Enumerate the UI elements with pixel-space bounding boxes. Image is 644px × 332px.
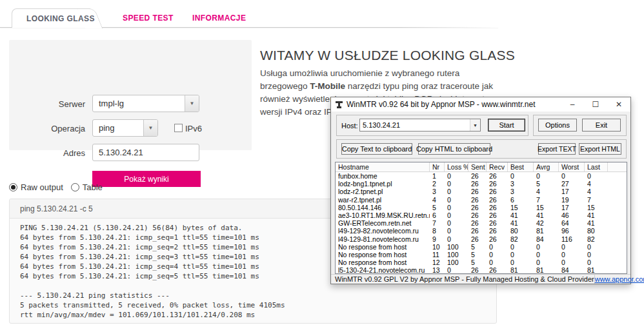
raw-output-radio[interactable] — [9, 183, 17, 191]
cell-nr: 3 — [430, 188, 445, 195]
cell-best: 3 — [508, 188, 534, 195]
cell-last: 4 — [585, 188, 608, 195]
column-header[interactable]: Hostname — [336, 162, 430, 171]
cell-nr: 8 — [430, 227, 445, 235]
page-title: WITAMY W USŁUDZE LOOKING GLASS — [260, 48, 515, 63]
cell-loss: 100 — [445, 251, 468, 259]
output-mode-group: Raw output Table — [9, 182, 103, 192]
cell-last: 4 — [585, 180, 608, 188]
close-button[interactable]: ✕ — [607, 97, 630, 112]
tab-looking-glass[interactable]: LOOKING GLASS — [12, 8, 90, 28]
cell-sent: 26 — [468, 204, 487, 211]
table-row[interactable]: No response from host 11 100 5 0 0 0 0 0 — [336, 251, 627, 259]
appnor-link[interactable]: www.appnor.com — [595, 275, 644, 283]
cell-worst: 116 — [559, 235, 585, 243]
column-header[interactable]: Recv — [487, 162, 508, 171]
server-select[interactable]: tmpl-lg ▼ — [92, 95, 199, 112]
cell-avrg: 0 — [534, 259, 559, 266]
ping-output-line: --- 5.130.24.21 ping statistics --- — [20, 291, 496, 301]
exit-button[interactable]: Exit — [582, 119, 621, 132]
winmtr-titlebar[interactable]: WinMTR v0.92 64 bit by Appnor MSP - www.… — [331, 97, 630, 112]
cell-sent: 26 — [468, 227, 487, 235]
cell-hostname: war-r2.tpnet.pl — [336, 196, 430, 204]
cell-best: 3 — [508, 180, 534, 188]
cell-last: 0 — [585, 259, 608, 266]
column-header[interactable]: Nr — [430, 162, 445, 171]
cell-filler — [608, 251, 627, 259]
ipv6-checkbox[interactable] — [174, 124, 183, 132]
cell-loss: 0 — [445, 188, 468, 195]
address-input[interactable] — [92, 144, 199, 161]
cell-hostname: No response from host — [336, 251, 430, 259]
cell-best: 82 — [508, 235, 534, 243]
table-row[interactable]: No response from host 10 100 5 0 0 0 0 0 — [336, 243, 627, 251]
cell-loss: 0 — [445, 235, 468, 243]
cell-hostname: GW-ERTelecom.retn.net — [336, 219, 430, 227]
cell-loss: 100 — [445, 259, 468, 266]
column-header[interactable]: Sent — [468, 162, 487, 171]
table-row[interactable]: l49-129-81.novotelecom.ru 9 0 26 26 82 8… — [336, 235, 627, 243]
cell-filler — [608, 227, 627, 235]
cell-worst: 0 — [559, 243, 585, 251]
cell-worst: 64 — [559, 219, 585, 227]
cell-hostname: lodz-bng1.tpnet.pl — [336, 180, 430, 188]
table-row[interactable]: funbox.home 1 0 26 26 0 0 0 0 — [336, 172, 627, 180]
cell-filler — [608, 266, 627, 274]
options-button[interactable]: Options — [538, 119, 577, 132]
cell-sent: 5 — [468, 259, 487, 266]
table-row[interactable]: lodz-bng1.tpnet.pl 2 0 26 26 3 5 27 4 — [336, 180, 627, 188]
cell-sent: 5 — [468, 251, 487, 259]
cell-hostname: lodz-r2.tpnet.pl — [336, 188, 430, 195]
cell-sent: 26 — [468, 188, 487, 195]
column-header[interactable]: Loss % — [445, 162, 468, 171]
welcome-text-brand: T-Mobile — [310, 81, 345, 91]
show-results-button[interactable]: Pokaż wyniki — [92, 171, 201, 187]
table-row[interactable]: No response from host 12 100 5 0 0 0 0 0 — [336, 259, 627, 266]
cell-best: 41 — [508, 211, 534, 219]
ipv6-label: IPv6 — [185, 124, 202, 133]
start-button[interactable]: Start — [488, 119, 525, 132]
cell-nr: 9 — [430, 235, 445, 243]
cell-avrg: 81 — [534, 227, 559, 235]
cell-hostname: 80.50.144.146 — [336, 204, 430, 211]
column-header[interactable] — [608, 162, 627, 171]
cell-best: 6 — [508, 196, 534, 204]
cell-hostname: l49-129-81.novotelecom.ru — [336, 235, 430, 243]
copy-text-button[interactable]: Copy Text to clipboard — [341, 143, 412, 155]
cell-filler — [608, 172, 627, 180]
column-header[interactable]: Avrg — [534, 162, 559, 171]
table-row[interactable]: l5-130-24-21.novotelecom.ru 13 0 26 26 8… — [336, 266, 627, 274]
cell-filler — [608, 235, 627, 243]
table-row[interactable]: lodz-r2.tpnet.pl 3 0 26 26 3 4 17 4 — [336, 188, 627, 195]
cell-nr: 2 — [430, 180, 445, 188]
minimize-button[interactable]: – — [561, 97, 584, 112]
cell-best: 0 — [508, 251, 534, 259]
cell-best: 15 — [508, 204, 534, 211]
cell-hostname: l49-129-82.novotelecom.ru — [336, 227, 430, 235]
cell-nr: 11 — [430, 251, 445, 259]
export-text-button[interactable]: Export TEXT — [538, 143, 576, 155]
table-radio[interactable] — [71, 183, 79, 191]
table-row[interactable]: war-r2.tpnet.pl 4 0 26 26 6 7 19 7 — [336, 196, 627, 204]
table-row[interactable]: ae3-10.RT1.M9.MSK.RU.retn.net 6 0 26 26 … — [336, 211, 627, 219]
operation-select-value: ping — [93, 123, 143, 133]
cell-avrg: 15 — [534, 204, 559, 211]
column-header[interactable]: Worst — [559, 162, 585, 171]
export-html-button[interactable]: Export HTML — [579, 143, 621, 155]
chevron-down-icon: ▼ — [143, 120, 157, 136]
host-combobox[interactable]: 5.130.24.21 ▼ — [359, 119, 481, 132]
cell-recv: 26 — [487, 266, 508, 274]
column-header[interactable]: Best — [508, 162, 534, 171]
table-row[interactable]: GW-ERTelecom.retn.net 7 0 26 26 41 42 64… — [336, 219, 627, 227]
table-row[interactable]: 80.50.144.146 5 0 26 26 15 15 17 15 — [336, 204, 627, 211]
cell-recv: 0 — [487, 259, 508, 266]
cell-recv: 26 — [487, 204, 508, 211]
operation-select[interactable]: ping ▼ — [92, 119, 158, 137]
table-row[interactable]: l49-129-82.novotelecom.ru 8 0 26 26 80 8… — [336, 227, 627, 235]
tab-informacje[interactable]: INFORMACJE — [192, 14, 246, 23]
column-header[interactable]: Last — [585, 162, 608, 171]
trace-table: HostnameNrLoss %SentRecvBestAvrgWorstLas… — [335, 162, 627, 274]
tab-speed-test[interactable]: SPEED TEST — [123, 14, 174, 23]
maximize-button[interactable]: ☐ — [584, 97, 607, 112]
copy-html-button[interactable]: Copy HTML to clipboard — [418, 143, 490, 155]
